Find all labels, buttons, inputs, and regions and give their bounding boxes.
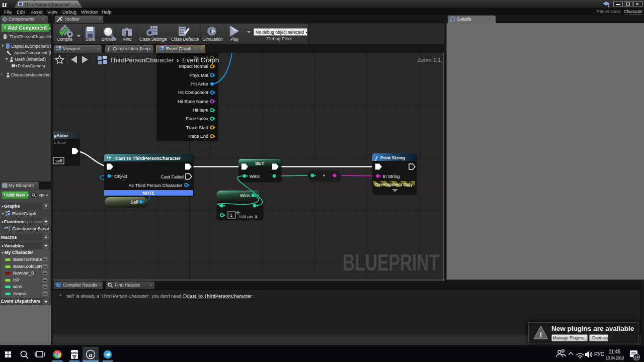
- svg-text:ThirdPersonCharacter: ThirdPersonCharacter: [110, 56, 175, 64]
- svg-text:Object: Object: [114, 174, 128, 179]
- svg-text:SET: SET: [255, 160, 265, 166]
- svg-text:Trace Start: Trace Start: [186, 125, 209, 130]
- svg-text:Face Index: Face Index: [186, 116, 208, 121]
- svg-text:Development Only: Development Only: [375, 182, 413, 187]
- svg-text:u: u: [89, 351, 93, 358]
- svg-text:Wins: Wins: [250, 174, 260, 179]
- svg-text:!: !: [540, 331, 542, 339]
- svg-text:Cast To ThirdPersonCharacter: Cast To ThirdPersonCharacter: [115, 156, 181, 161]
- svg-text:In String: In String: [383, 174, 400, 179]
- svg-text:Hit Component: Hit Component: [178, 90, 209, 95]
- svg-text:As Third Person Character: As Third Person Character: [129, 183, 182, 188]
- svg-text:+: +: [255, 214, 258, 220]
- svg-text:yActor: yActor: [54, 133, 68, 138]
- svg-text:Event Graph: Event Graph: [182, 56, 219, 64]
- svg-text:self: self: [55, 158, 63, 163]
- svg-text:s Actor: s Actor: [54, 140, 66, 145]
- svg-text:10.04.2019: 10.04.2019: [606, 355, 624, 360]
- svg-text:›: ›: [177, 56, 179, 64]
- svg-text:Hit Item: Hit Item: [193, 108, 208, 113]
- svg-text:NOTE: NOTE: [142, 191, 154, 196]
- svg-text:Cast Failed: Cast Failed: [160, 174, 184, 179]
- svg-text:Trace End: Trace End: [188, 134, 208, 139]
- svg-text:14: 14: [634, 355, 638, 359]
- svg-text:Phys Mat: Phys Mat: [189, 73, 208, 78]
- svg-text:РУС: РУС: [594, 351, 604, 357]
- svg-text:Wins: Wins: [240, 193, 250, 198]
- svg-text:Print String: Print String: [380, 155, 405, 160]
- svg-text:Impact Normal: Impact Normal: [179, 64, 208, 69]
- svg-text:1: 1: [230, 213, 232, 218]
- svg-text:11:46: 11:46: [609, 349, 620, 354]
- svg-text:Self: Self: [130, 200, 138, 205]
- svg-text:Zoom 1:1: Zoom 1:1: [418, 57, 441, 63]
- svg-text:Add pin: Add pin: [238, 214, 253, 219]
- svg-text:Hit Bone Name: Hit Bone Name: [178, 99, 208, 104]
- svg-text:BLUEPRINT: BLUEPRINT: [343, 249, 439, 276]
- svg-text:Hit Actor: Hit Actor: [191, 81, 208, 86]
- svg-text:EPIC: EPIC: [71, 351, 78, 354]
